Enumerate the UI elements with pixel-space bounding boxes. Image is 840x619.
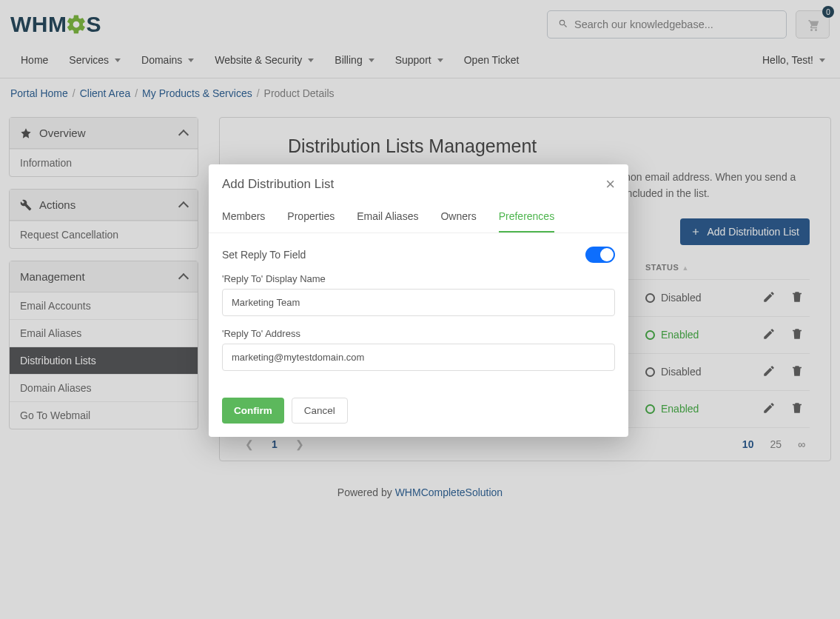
reply-to-address-label: 'Reply To' Address: [222, 328, 615, 339]
add-distribution-list-modal: Add Distribution List × MembersPropertie…: [209, 164, 628, 437]
tab-properties[interactable]: Properties: [287, 204, 335, 232]
tab-members[interactable]: Members: [222, 204, 265, 232]
close-icon[interactable]: ×: [605, 176, 615, 193]
set-reply-to-toggle[interactable]: [585, 247, 615, 263]
tab-preferences[interactable]: Preferences: [499, 204, 554, 232]
reply-to-address-input[interactable]: [222, 344, 615, 371]
set-reply-to-label: Set Reply To Field: [222, 249, 306, 261]
modal-title: Add Distribution List: [222, 177, 334, 192]
tab-owners[interactable]: Owners: [440, 204, 476, 232]
cancel-button[interactable]: Cancel: [292, 398, 348, 424]
reply-to-display-name-label: 'Reply To' Display Name: [222, 273, 615, 284]
confirm-button[interactable]: Confirm: [222, 398, 284, 424]
tab-email-aliases[interactable]: Email Aliases: [357, 204, 418, 232]
reply-to-display-name-input[interactable]: [222, 289, 615, 316]
